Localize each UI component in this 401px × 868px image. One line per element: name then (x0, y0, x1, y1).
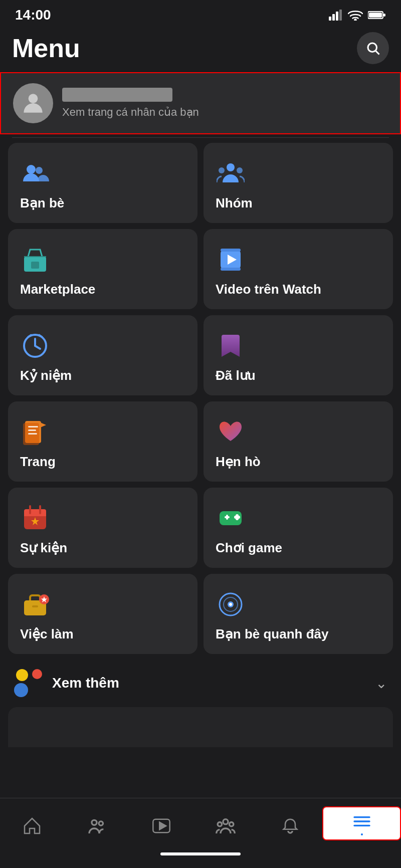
svg-point-48 (229, 603, 232, 606)
svg-point-11 (27, 165, 36, 174)
svg-point-54 (218, 822, 222, 826)
memories-icon (20, 331, 50, 361)
svg-point-4 (355, 20, 356, 21)
friends-label: Bạn bè (20, 195, 185, 211)
svg-point-10 (29, 94, 38, 103)
svg-point-50 (99, 821, 103, 825)
svg-rect-20 (221, 249, 241, 252)
nearby-label: Bạn bè quanh đây (216, 626, 381, 642)
games-icon (216, 503, 246, 533)
battery-icon (368, 10, 386, 20)
friends-icon (20, 158, 50, 188)
nav-items (0, 798, 401, 848)
avatar (13, 83, 53, 123)
dot-blue (14, 683, 28, 697)
nav-item-watch[interactable] (129, 811, 193, 836)
watch-icon (216, 245, 246, 275)
grid-item-dating[interactable]: Hẹn hò (204, 401, 393, 482)
svg-rect-0 (329, 17, 331, 21)
grid-item-saved[interactable]: Đã lưu (204, 315, 393, 395)
svg-rect-26 (28, 429, 36, 431)
dating-label: Hẹn hò (216, 454, 381, 470)
groups-nav-icon (216, 816, 236, 836)
menu-grid: Bạn bè Nhóm Marketplace (0, 138, 401, 659)
see-more-row[interactable]: Xem thêm ⌄ (0, 659, 401, 707)
dating-icon (216, 417, 246, 447)
wifi-icon (348, 10, 363, 21)
pages-icon (20, 417, 50, 447)
grid-item-marketplace[interactable]: Marketplace (8, 229, 197, 309)
svg-line-9 (376, 51, 379, 55)
pages-label: Trang (20, 454, 185, 470)
see-more-label: Xem thêm (52, 675, 365, 691)
svg-rect-1 (332, 14, 335, 21)
chevron-down-icon: ⌄ (375, 675, 387, 692)
svg-point-55 (230, 822, 234, 826)
grid-item-friends[interactable]: Bạn bè (8, 143, 197, 223)
bottom-nav (0, 798, 401, 868)
profile-card[interactable]: Xem trang cá nhân của bạn (0, 72, 401, 134)
jobs-label: Việc làm (20, 626, 185, 642)
svg-point-13 (227, 163, 235, 171)
saved-label: Đã lưu (216, 368, 381, 383)
profile-info: Xem trang cá nhân của bạn (62, 88, 388, 119)
svg-point-8 (368, 43, 377, 52)
profile-subtitle: Xem trang cá nhân của bạn (62, 106, 388, 119)
home-icon (22, 816, 42, 836)
svg-rect-21 (221, 268, 241, 271)
active-indicator (361, 833, 363, 835)
grid-item-games[interactable]: Chơi game (204, 488, 393, 568)
jobs-icon (20, 589, 50, 619)
dot-yellow (16, 669, 28, 681)
status-time: 14:00 (15, 7, 51, 23)
svg-rect-7 (383, 14, 385, 17)
groups-icon (216, 158, 246, 188)
nav-item-groups[interactable] (193, 811, 258, 836)
events-icon (20, 503, 50, 533)
marketplace-label: Marketplace (20, 282, 185, 297)
svg-rect-3 (339, 10, 342, 21)
grid-item-jobs[interactable]: Việc làm (8, 574, 197, 654)
search-button[interactable] (357, 32, 389, 64)
groups-label: Nhóm (216, 195, 381, 211)
svg-point-53 (223, 819, 228, 824)
svg-rect-27 (28, 433, 37, 435)
svg-rect-17 (31, 262, 39, 269)
nav-item-home[interactable] (0, 811, 65, 836)
watch-nav-icon (151, 816, 171, 836)
svg-point-39 (236, 514, 239, 517)
nav-item-menu[interactable] (322, 806, 401, 840)
svg-point-49 (92, 820, 97, 825)
svg-point-40 (236, 517, 239, 520)
status-bar: 14:00 (0, 0, 401, 27)
svg-marker-52 (159, 822, 165, 829)
signal-icon (329, 10, 343, 21)
events-label: Sự kiện (20, 540, 185, 556)
profile-name (62, 88, 172, 102)
svg-rect-6 (369, 13, 382, 18)
games-label: Chơi game (216, 540, 381, 556)
home-indicator (160, 852, 241, 855)
svg-rect-2 (336, 12, 338, 21)
nav-item-friends[interactable] (65, 811, 129, 836)
grid-item-pages[interactable]: Trang (8, 401, 197, 482)
grid-item-watch[interactable]: Video trên Watch (204, 229, 393, 309)
search-icon (365, 41, 380, 56)
menu-icon (352, 811, 372, 831)
nav-item-notifications[interactable] (258, 811, 323, 836)
notifications-icon (280, 816, 300, 836)
watch-label: Video trên Watch (216, 282, 381, 297)
memories-label: Kỷ niệm (20, 368, 185, 383)
svg-rect-30 (24, 514, 46, 516)
header: Menu (0, 27, 401, 72)
svg-rect-25 (28, 426, 38, 427)
grid-item-events[interactable]: Sự kiện (8, 488, 197, 568)
svg-point-15 (237, 167, 243, 173)
see-more-icons (14, 669, 42, 697)
grid-item-groups[interactable]: Nhóm (204, 143, 393, 223)
grid-item-nearby[interactable]: Bạn bè quanh đây (204, 574, 393, 654)
dot-red (32, 669, 42, 679)
grid-item-memories[interactable]: Kỷ niệm (8, 315, 197, 395)
svg-rect-42 (32, 605, 38, 607)
svg-point-12 (36, 167, 43, 174)
